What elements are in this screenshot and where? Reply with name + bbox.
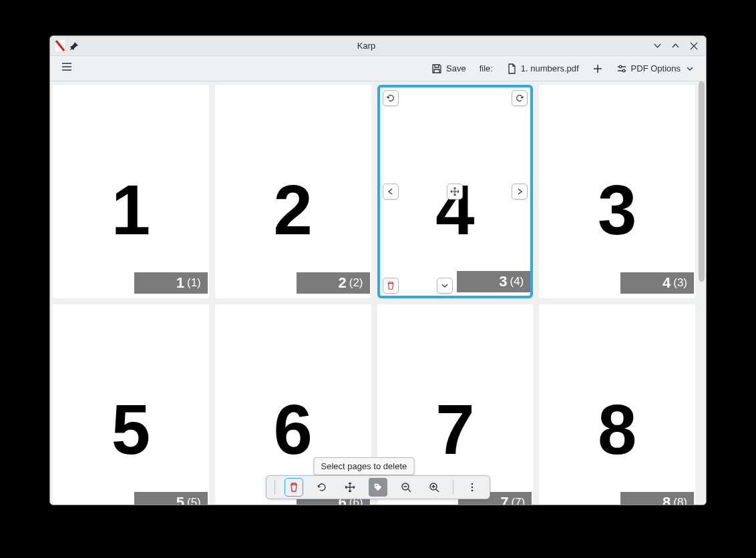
page-index-badge: 8 (8) [620,492,694,505]
pin-icon[interactable] [69,41,79,51]
file-select-button[interactable]: 1. numbers.pdf [502,61,583,77]
titlebar: Karp [50,36,706,56]
floating-toolbar [266,475,490,499]
page-content-number: 7 [379,394,532,465]
page-index-badge: 3 (4) [457,271,530,292]
close-button[interactable] [689,41,698,50]
maximize-button[interactable] [671,41,680,50]
save-icon [431,63,442,74]
file-label: file: [476,61,497,76]
move-right-handle[interactable] [512,184,528,200]
app-logo-icon [55,40,65,51]
tag-mode-button[interactable] [369,478,387,497]
delete-mode-button[interactable] [285,478,303,497]
svg-point-8 [471,490,474,492]
tooltip: Select pages to delete [314,457,415,475]
separator [453,480,453,495]
page-index-badge: 1 (1) [134,272,208,294]
page-thumbnail[interactable]: 8 8 (8) [539,304,695,505]
page-content-number: 2 [216,175,370,245]
page-thumbnail[interactable]: 5 5 (5) [53,304,209,505]
zoom-out-button[interactable] [397,478,415,497]
expand-handle[interactable] [437,278,453,294]
rotate-mode-button[interactable] [313,478,331,497]
svg-point-7 [471,487,474,489]
delete-page-handle[interactable] [383,278,399,294]
page-index-badge: 5 (5) [134,492,208,505]
page-index-badge: 4 (3) [620,272,694,294]
scrollbar[interactable] [699,81,705,505]
pdf-options-button[interactable]: PDF Options [612,61,699,77]
content-area: 1 1 (1) 2 2 (2) 4 3 (4) [50,81,706,505]
hamburger-menu-button[interactable] [57,58,77,79]
page-grid: 1 1 (1) 2 2 (2) 4 3 (4) [53,85,695,505]
toolbar: Save file: 1. numbers.pdf PDF Options [50,56,706,81]
rotate-left-handle[interactable] [383,90,399,106]
chevron-down-icon [685,63,695,74]
zoom-in-button[interactable] [425,478,443,497]
move-handle[interactable] [447,184,463,200]
page-content-number: 5 [54,394,208,465]
window-title: Karp [79,41,653,51]
svg-point-1 [619,65,622,68]
save-label: Save [446,63,466,73]
page-content-number: 1 [54,175,208,245]
move-mode-button[interactable] [341,478,359,497]
page-content-number: 3 [540,175,694,245]
separator [274,480,275,495]
more-options-button[interactable] [463,478,482,497]
plus-icon [592,63,603,74]
scrollbar-thumb[interactable] [699,81,705,282]
save-button[interactable]: Save [427,61,470,77]
page-index-badge: 2 (2) [297,272,370,294]
rotate-right-handle[interactable] [512,90,528,106]
document-icon [506,63,517,74]
add-file-button[interactable] [588,61,607,77]
svg-point-3 [375,485,377,486]
page-content-number: 6 [216,394,370,465]
sliders-icon [616,63,627,74]
svg-point-2 [622,69,625,72]
svg-point-6 [471,483,474,485]
page-thumbnail-selected[interactable]: 4 3 (4) [377,85,534,298]
page-thumbnail[interactable]: 1 1 (1) [53,85,209,298]
minimize-button[interactable] [653,41,662,50]
filename-label: 1. numbers.pdf [521,63,579,73]
pdf-options-label: PDF Options [631,63,681,73]
page-content-number: 8 [540,394,694,465]
page-thumbnail[interactable]: 2 2 (2) [215,85,371,298]
move-left-handle[interactable] [383,184,399,200]
page-thumbnail[interactable]: 3 4 (3) [539,85,695,298]
app-window: Karp Save file: [49,35,707,505]
